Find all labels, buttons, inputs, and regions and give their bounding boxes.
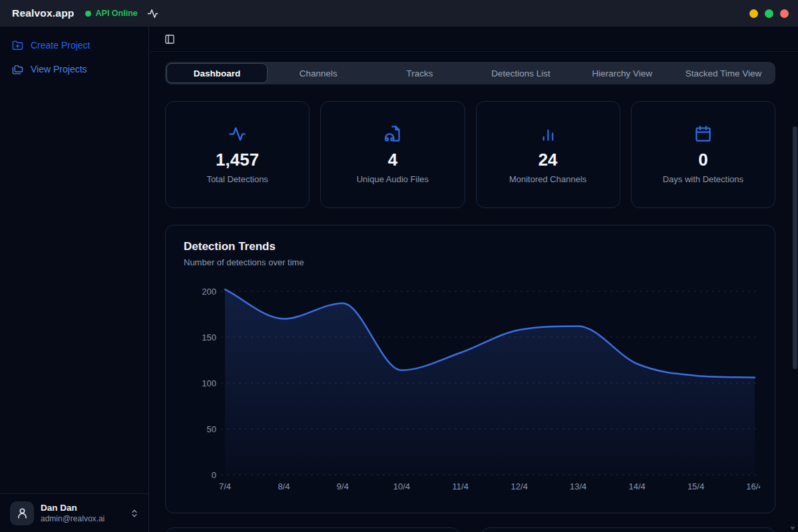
svg-text:200: 200 [202,287,216,297]
detection-trends-chart: 0501001502007/48/49/410/411/412/413/414/… [182,282,760,501]
chart-subtitle: Number of detections over time [184,257,304,267]
tab-stacked-time-view[interactable]: Stacked Time View [673,63,774,83]
stats-row: 1,457 Total Detections 4 Unique Audio Fi… [165,101,775,208]
activity-icon [147,8,158,19]
svg-text:100: 100 [202,378,216,388]
tab-dashboard[interactable]: Dashboard [166,63,268,83]
top-bar: Realvox.app API Online [0,0,798,27]
folders-icon [12,64,23,75]
scrollbar-thumb[interactable] [793,126,797,369]
sidebar-item-label: View Projects [31,64,87,74]
api-status: API Online [85,9,138,18]
chart-title: Detection Trends [184,240,276,253]
svg-text:50: 50 [207,424,216,434]
bottom-card-right [481,527,776,532]
user-meta: Dan Dan admin@realvox.ai [41,503,104,523]
svg-text:10/4: 10/4 [393,481,410,491]
main-area: Dashboard Channels Tracks Detections Lis… [150,27,798,532]
panel-left-toggle-icon[interactable] [164,34,175,45]
stat-card-total-detections: 1,457 Total Detections [165,101,309,208]
stat-card-monitored-channels: 24 Monitored Channels [476,101,620,208]
bottom-cards-row [165,527,775,532]
window-controls [749,9,789,18]
app-title: Realvox.app [12,7,75,19]
detection-trends-card: Detection Trends Number of detections ov… [165,225,775,513]
svg-text:8/4: 8/4 [278,481,290,491]
calendar-icon [694,125,712,143]
sidebar-item-create-project[interactable]: Create Project [0,33,148,57]
tab-detections-list[interactable]: Detections List [471,63,572,83]
view-tabs: Dashboard Channels Tracks Detections Lis… [165,62,775,84]
sidebar-item-view-projects[interactable]: View Projects [0,57,148,81]
avatar [10,501,34,525]
api-status-label: API Online [96,9,138,18]
stat-value: 24 [538,150,558,170]
app-window: Realvox.app API Online Create Project [0,0,798,532]
stat-card-days-with-detections: 0 Days with Detections [631,101,775,208]
stat-card-unique-audio-files: 4 Unique Audio Files [320,101,465,208]
activity-icon [228,125,246,143]
bar-chart-icon [539,125,557,143]
stat-value: 1,457 [216,150,259,170]
sidebar-nav: Create Project View Projects [0,27,148,81]
svg-text:12/4: 12/4 [511,481,528,491]
window-dot-red-icon[interactable] [780,9,789,18]
sidebar-item-label: Create Project [31,40,90,51]
svg-text:13/4: 13/4 [570,481,586,491]
main-header-strip [150,27,798,52]
bottom-card-left [165,527,460,532]
tab-channels[interactable]: Channels [268,63,369,83]
user-menu[interactable]: Dan Dan admin@realvox.ai [0,493,148,532]
svg-text:16/4: 16/4 [746,481,760,491]
stat-value: 4 [388,150,397,170]
folder-plus-icon [12,40,23,51]
chevrons-up-down-icon [130,509,139,518]
stat-label: Monitored Channels [509,174,586,184]
user-name: Dan Dan [41,503,104,513]
tab-hierarchy-view[interactable]: Hierarchy View [572,63,673,83]
svg-text:15/4: 15/4 [688,481,704,491]
window-dot-green-icon[interactable] [765,9,773,18]
stat-label: Total Detections [206,174,268,184]
svg-text:9/4: 9/4 [337,481,349,491]
file-audio-icon [383,125,401,143]
svg-text:11/4: 11/4 [453,481,469,491]
stat-label: Unique Audio Files [357,174,429,184]
sidebar: Create Project View Projects Dan Dan adm… [0,27,149,532]
svg-text:0: 0 [212,470,216,480]
window-dot-yellow-icon[interactable] [749,9,758,18]
svg-text:7/4: 7/4 [219,481,231,491]
api-online-dot-icon [85,11,91,17]
scrollbar-down-arrow-icon[interactable] [790,527,795,530]
user-email: admin@realvox.ai [41,514,104,523]
tab-tracks[interactable]: Tracks [369,63,470,83]
svg-text:14/4: 14/4 [628,481,645,491]
dashboard-content: Dashboard Channels Tracks Detections Lis… [165,53,775,532]
svg-text:150: 150 [202,332,216,342]
stat-label: Days with Detections [663,174,743,184]
stat-value: 0 [698,150,707,170]
